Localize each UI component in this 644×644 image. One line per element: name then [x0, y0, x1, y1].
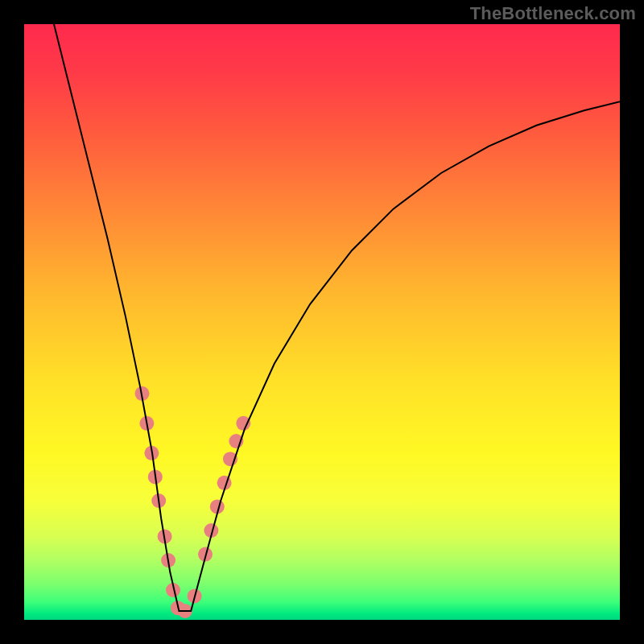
plot-area — [24, 24, 620, 620]
bottleneck-curve — [54, 24, 620, 611]
watermark: TheBottleneck.com — [470, 3, 636, 24]
chart-svg — [24, 24, 620, 620]
data-marker — [236, 416, 250, 431]
marker-layer — [135, 386, 251, 618]
chart-frame: TheBottleneck.com — [0, 0, 644, 644]
